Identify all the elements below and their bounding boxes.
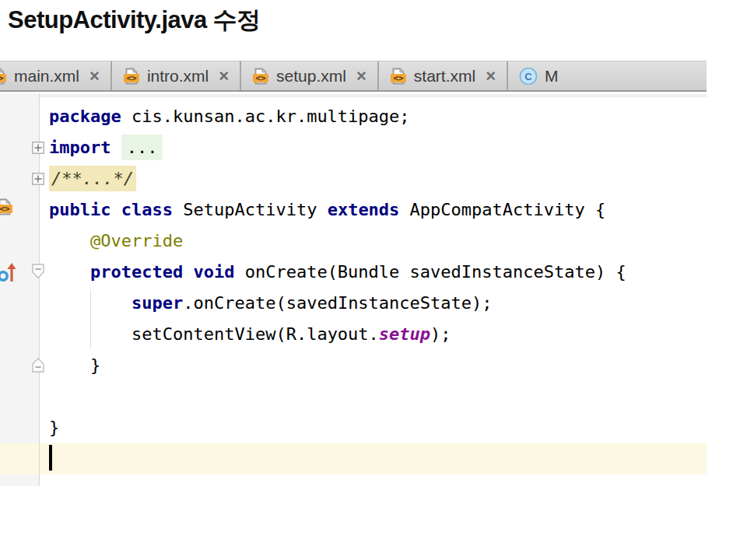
tab-setup-xml[interactable]: <>setup.xml× — [241, 61, 379, 90]
gutter-cell — [0, 257, 40, 288]
xml-file-icon: <> — [390, 68, 407, 85]
xml-file-icon: <> — [0, 68, 7, 85]
svg-text:<>: <> — [126, 73, 137, 83]
code-text: } — [40, 412, 707, 443]
gutter-cell — [0, 350, 40, 381]
code-text — [40, 443, 707, 474]
gutter-cell — [0, 319, 40, 350]
gutter-cell — [0, 381, 40, 412]
gutter-cell — [0, 288, 40, 319]
java-class-icon: C — [519, 67, 538, 86]
gutter-cell: <> — [0, 194, 40, 226]
xml-file-icon[interactable]: <> — [0, 198, 13, 215]
fold-start-icon[interactable] — [32, 264, 44, 278]
fold-plus-icon[interactable] — [32, 173, 44, 185]
tab-label: setup.xml — [276, 67, 346, 86]
xml-file-icon: <> — [123, 68, 140, 85]
tab-label: M — [545, 67, 559, 86]
svg-text:<>: <> — [393, 73, 404, 83]
code-line-12[interactable] — [0, 443, 707, 474]
gutter-cell — [0, 443, 40, 474]
tab-m[interactable]: CM — [508, 61, 570, 90]
tab-label: main.xml — [14, 67, 79, 86]
code-text: /**...*/ — [40, 163, 707, 194]
override-up-icon[interactable] — [0, 261, 17, 283]
gutter-cell — [0, 101, 40, 132]
code-line-11[interactable]: } — [0, 412, 707, 443]
code-text: public class SetupActivity extends AppCo… — [40, 194, 707, 226]
code-editor[interactable]: package cis.kunsan.ac.kr.multipage;impor… — [0, 93, 707, 486]
tab-bar: <>main.xml×<>intro.xml×<>setup.xml×<>sta… — [0, 61, 707, 92]
code-line-1[interactable]: package cis.kunsan.ac.kr.multipage; — [0, 101, 707, 132]
editor-lines: package cis.kunsan.ac.kr.multipage;impor… — [0, 93, 707, 474]
page-title: SetupActivity.java 수정 — [8, 4, 261, 37]
code-text: @Override — [40, 226, 707, 257]
code-line-2[interactable]: import ... — [0, 132, 707, 163]
code-line-7[interactable]: super.onCreate(savedInstanceState); — [0, 288, 707, 319]
code-text: setContentView(R.layout.setup); — [40, 319, 707, 350]
code-line-4[interactable]: <>public class SetupActivity extends App… — [0, 194, 707, 226]
svg-text:<>: <> — [0, 204, 10, 214]
code-line-6[interactable]: protected void onCreate(Bundle savedInst… — [0, 257, 707, 288]
code-text: super.onCreate(savedInstanceState); — [40, 288, 707, 319]
tab-label: start.xml — [414, 67, 475, 86]
text-caret — [49, 445, 52, 471]
gutter-cell — [0, 226, 40, 257]
code-text: import ... — [40, 132, 707, 163]
code-line-8[interactable]: setContentView(R.layout.setup); — [0, 319, 707, 350]
code-line-3[interactable]: /**...*/ — [0, 163, 707, 194]
code-line-10[interactable] — [0, 381, 707, 412]
xml-file-icon: <> — [252, 68, 269, 85]
gutter-cell — [0, 132, 40, 163]
tab-close-icon[interactable]: × — [486, 68, 496, 85]
indent-guide-line — [90, 289, 91, 348]
svg-text:<>: <> — [255, 73, 266, 83]
code-text: } — [40, 350, 707, 381]
fold-plus-icon[interactable] — [32, 142, 44, 154]
code-text: package cis.kunsan.ac.kr.multipage; — [40, 101, 707, 132]
code-text — [40, 381, 707, 412]
svg-text:<>: <> — [0, 73, 4, 83]
fold-end-icon[interactable] — [32, 358, 44, 373]
slide: SetupActivity.java 수정 <>main.xml×<>intro… — [0, 0, 747, 560]
tab-close-icon[interactable]: × — [219, 68, 229, 85]
tab-label: intro.xml — [147, 67, 209, 86]
tab-main-xml[interactable]: <>main.xml× — [0, 61, 112, 90]
gutter-cell — [0, 163, 40, 194]
tab-close-icon[interactable]: × — [356, 68, 366, 85]
code-line-9[interactable]: } — [0, 350, 707, 381]
gutter-cell — [0, 412, 40, 443]
tab-close-icon[interactable]: × — [89, 68, 100, 85]
svg-text:C: C — [524, 71, 532, 82]
tab-start-xml[interactable]: <>start.xml× — [379, 61, 508, 90]
tab-intro-xml[interactable]: <>intro.xml× — [112, 61, 241, 90]
code-line-5[interactable]: @Override — [0, 226, 707, 257]
code-text: protected void onCreate(Bundle savedInst… — [40, 257, 707, 288]
